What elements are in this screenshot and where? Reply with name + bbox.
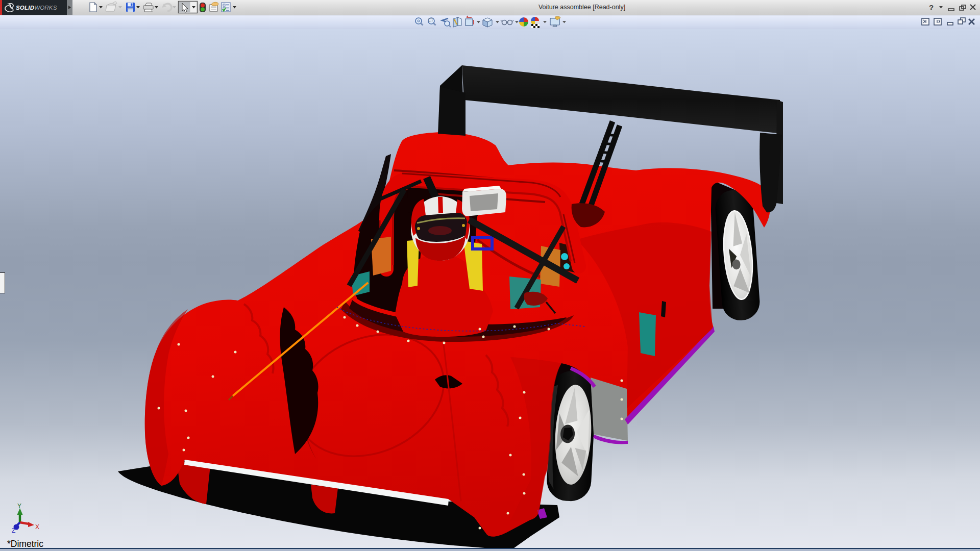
svg-text:Y: Y bbox=[17, 503, 21, 510]
svg-text:Z: Z bbox=[12, 527, 15, 534]
svg-text:X: X bbox=[35, 523, 39, 531]
svg-text:?: ? bbox=[929, 3, 934, 12]
svg-text:SOLIDWORKS: SOLIDWORKS bbox=[16, 5, 57, 11]
